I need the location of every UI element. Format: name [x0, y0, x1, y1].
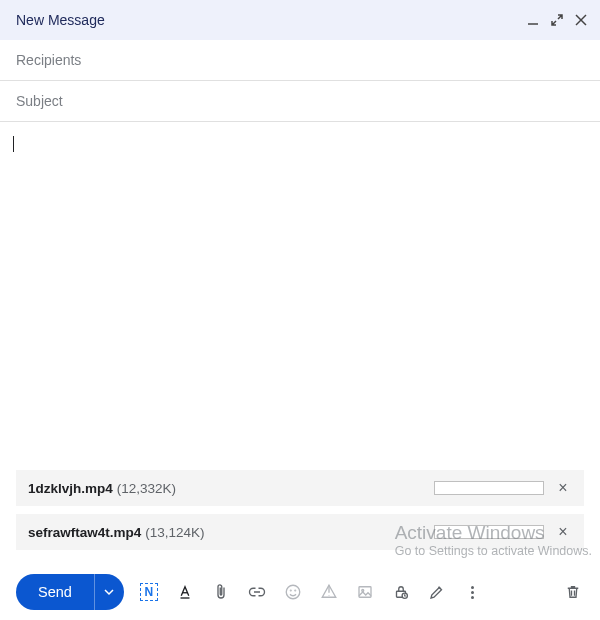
expand-icon[interactable] [550, 13, 564, 27]
recipients-input[interactable] [16, 52, 584, 68]
drive-icon[interactable] [318, 581, 340, 603]
attachments-list: 1dzklvjh.mp4 (12,332K) × sefrawftaw4t.mp… [0, 470, 600, 564]
remove-attachment-icon[interactable]: × [554, 479, 572, 497]
window-title: New Message [16, 12, 526, 28]
upload-progress [434, 481, 544, 495]
svg-point-5 [286, 585, 300, 599]
subject-input[interactable] [16, 93, 584, 109]
remove-attachment-icon[interactable]: × [554, 523, 572, 541]
emoji-icon[interactable] [282, 581, 304, 603]
attachment-row: sefrawftaw4t.mp4 (13,124K) × [16, 514, 584, 550]
insert-link-icon[interactable] [246, 581, 268, 603]
recipients-row [0, 40, 600, 81]
send-button[interactable]: Send [16, 574, 94, 610]
text-format-icon[interactable] [174, 581, 196, 603]
header-controls [526, 13, 588, 27]
header-bar: New Message [0, 0, 600, 40]
upload-progress [434, 525, 544, 539]
attachment-name: 1dzklvjh.mp4 [28, 481, 113, 496]
signature-icon[interactable] [426, 581, 448, 603]
compose-toolbar: Send N [0, 564, 600, 620]
subject-row [0, 81, 600, 122]
text-cursor [13, 136, 14, 152]
format-indicator-icon[interactable]: N [138, 581, 160, 603]
minimize-icon[interactable] [526, 13, 540, 27]
more-options-icon[interactable] [462, 581, 484, 603]
send-group: Send [16, 574, 124, 610]
compose-window: New Message Activate Windows Go to Setti… [0, 0, 600, 620]
send-options-button[interactable] [94, 574, 124, 610]
image-icon[interactable] [354, 581, 376, 603]
attachment-size: (12,332K) [117, 481, 176, 496]
attachment-size: (13,124K) [145, 525, 204, 540]
svg-point-6 [290, 590, 291, 591]
message-body[interactable] [0, 122, 600, 470]
svg-point-7 [295, 590, 296, 591]
attachment-row: 1dzklvjh.mp4 (12,332K) × [16, 470, 584, 506]
svg-rect-8 [359, 587, 371, 598]
attachment-name: sefrawftaw4t.mp4 [28, 525, 141, 540]
attach-file-icon[interactable] [210, 581, 232, 603]
discard-draft-icon[interactable] [562, 581, 584, 603]
confidential-mode-icon[interactable] [390, 581, 412, 603]
close-icon[interactable] [574, 13, 588, 27]
